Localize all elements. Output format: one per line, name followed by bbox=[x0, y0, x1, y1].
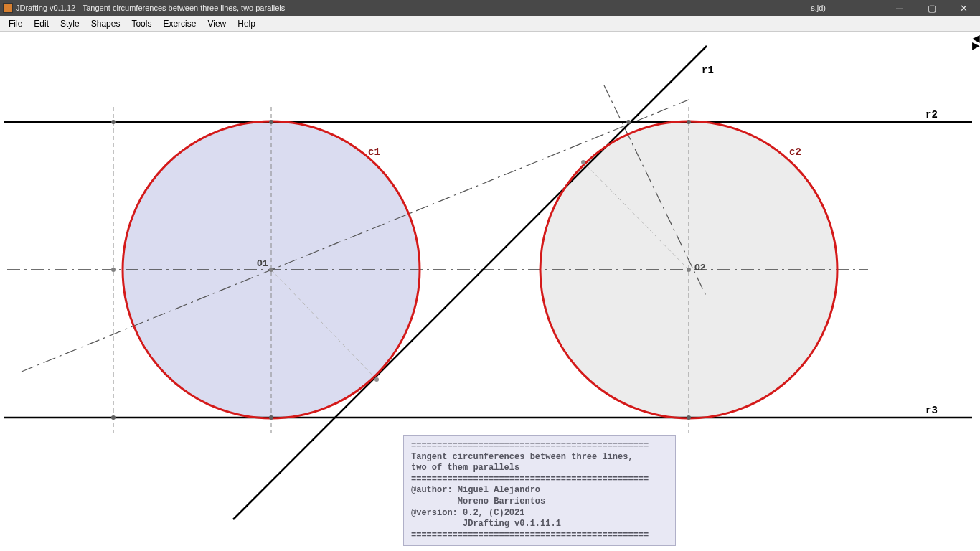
divider-1: ========================================… bbox=[411, 441, 649, 451]
menubar: File Edit Style Shapes Tools Exercise Vi… bbox=[0, 16, 980, 32]
point-bot-left bbox=[111, 415, 116, 420]
point-o2 bbox=[687, 268, 691, 272]
title-suffix: s.jd) bbox=[811, 4, 826, 12]
point-o1 bbox=[269, 268, 273, 272]
label-c1: c1 bbox=[368, 146, 380, 158]
canvas[interactable]: r1 r2 r3 c1 c2 O1 O2 ◀ ▶ ===============… bbox=[0, 32, 980, 551]
label-c2: c2 bbox=[789, 146, 801, 158]
minimize-button[interactable]: ─ bbox=[883, 0, 915, 16]
version-1: 0.2, (C)2021 bbox=[463, 508, 524, 518]
label-r2: r2 bbox=[925, 109, 938, 121]
close-button[interactable]: ✕ bbox=[948, 0, 980, 16]
divider-2: ========================================… bbox=[411, 474, 649, 484]
menu-file[interactable]: File bbox=[3, 17, 28, 30]
point-tangent-c1 bbox=[374, 377, 379, 382]
point-tangent-c2 bbox=[581, 160, 585, 164]
version-2: JDrafting v0.1.11.1 bbox=[463, 519, 561, 529]
point-bot-c1 bbox=[269, 415, 273, 420]
label-o2: O2 bbox=[694, 263, 706, 273]
divider-3: ========================================… bbox=[411, 530, 649, 540]
menu-edit[interactable]: Edit bbox=[28, 17, 55, 30]
menu-shapes[interactable]: Shapes bbox=[85, 17, 126, 30]
app-icon bbox=[3, 3, 13, 13]
point-top-c2 bbox=[687, 120, 691, 124]
menu-exercise[interactable]: Exercise bbox=[157, 17, 202, 30]
side-panel-toggle[interactable]: ◀ ▶ bbox=[972, 34, 980, 49]
menu-style[interactable]: Style bbox=[55, 17, 85, 30]
label-r1: r1 bbox=[702, 65, 714, 76]
version-label: @version: bbox=[411, 508, 458, 518]
titlebar: JDrafting v0.1.12 - Tangent circumferenc… bbox=[0, 0, 980, 16]
point-intersect-top bbox=[626, 120, 631, 124]
window-title: JDrafting v0.1.12 - Tangent circumferenc… bbox=[16, 4, 285, 12]
point-top-c1 bbox=[269, 120, 273, 124]
author-1: Miguel Alejandro bbox=[458, 485, 540, 495]
maximize-button[interactable]: ▢ bbox=[915, 0, 948, 16]
info-panel: ========================================… bbox=[403, 435, 676, 546]
menu-view[interactable]: View bbox=[202, 17, 232, 30]
point-top-left bbox=[111, 120, 116, 124]
menu-tools[interactable]: Tools bbox=[126, 17, 157, 30]
chevron-right-icon: ▶ bbox=[972, 42, 980, 49]
menu-help[interactable]: Help bbox=[232, 17, 261, 30]
info-line2: two of them parallels bbox=[411, 463, 519, 473]
label-o1: O1 bbox=[257, 258, 268, 269]
author-label: @author: bbox=[411, 485, 453, 495]
author-2: Moreno Barrientos bbox=[458, 496, 545, 507]
point-mid-left bbox=[111, 268, 116, 272]
info-line1: Tangent circumferences between three lin… bbox=[411, 452, 633, 462]
label-r3: r3 bbox=[925, 405, 938, 416]
point-bot-c2 bbox=[687, 415, 691, 420]
